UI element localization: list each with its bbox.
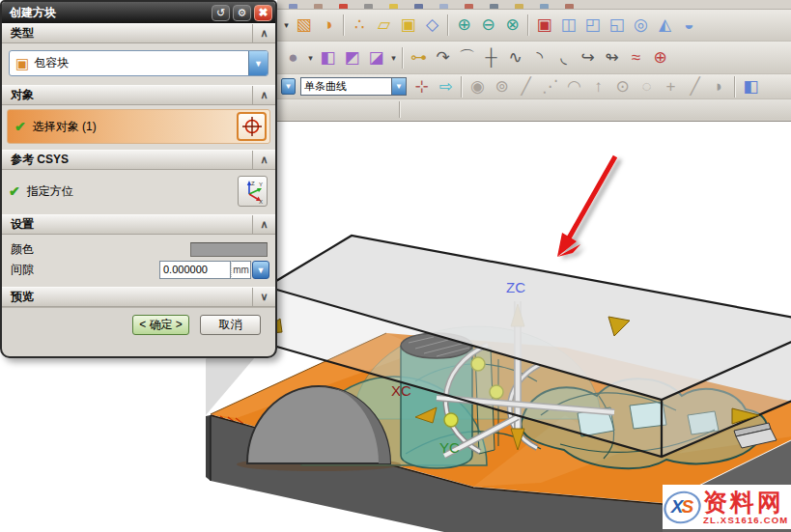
reset-icon[interactable]: ↺	[212, 5, 230, 21]
datum-plane-icon[interactable]: ▱	[372, 14, 396, 37]
snap-rotate-icon[interactable]: ⊚	[490, 75, 514, 98]
center-point-icon[interactable]: ⊙	[610, 75, 635, 98]
clipped-toolbar-icon[interactable]	[565, 4, 574, 9]
clipped-toolbar-icon[interactable]	[515, 4, 523, 9]
section-header-csys[interactable]: 参考 CSYS ∧	[2, 150, 275, 170]
trim-body-icon[interactable]: ◰	[580, 14, 605, 37]
select-object-row[interactable]: ✔ 选择对象 (1)	[7, 109, 270, 144]
extrude-icon[interactable]: ▧	[292, 14, 316, 37]
tube-icon[interactable]: ◎	[629, 14, 653, 37]
curve-rule-dropdown-button[interactable]: ▼	[391, 78, 406, 95]
sew-icon[interactable]: ◒	[677, 14, 701, 37]
bounding-body-icon[interactable]: ◪	[364, 46, 388, 70]
bounding-block-icon: ▣	[15, 55, 29, 72]
ok-button[interactable]: < 确定 >	[132, 315, 189, 335]
collapse-chevron-icon[interactable]: ∧	[252, 24, 275, 42]
intersection-point-icon[interactable]: +	[659, 75, 683, 98]
bridge-curve-icon[interactable]: ↷	[431, 46, 455, 70]
type-dropdown-icon[interactable]: ▼	[248, 51, 268, 75]
point-selector-button[interactable]	[237, 112, 267, 141]
nx-application-window: ZC YC XC ▾▧◑∴▱▣◇⊕⊖⊗▣◫◰◱◎◭◒ ●▾◧◩◪▾⊶↷⌒┼∿◝◟…	[0, 0, 791, 532]
snap-settings-icon[interactable]: ⊹	[410, 75, 434, 98]
gap-input[interactable]: 0.000000	[159, 261, 231, 279]
subtract-icon[interactable]: ⊖	[476, 14, 500, 37]
collapse-chevron-icon[interactable]: ∨	[252, 288, 275, 306]
end-point-icon[interactable]: ╱	[514, 75, 538, 98]
mid-point-icon[interactable]: ⋰	[538, 75, 562, 98]
section-header-type[interactable]: 类型 ∧	[2, 23, 275, 43]
rotation-handle-sphere[interactable]	[444, 413, 458, 427]
existing-point-icon[interactable]: ◌	[635, 75, 659, 98]
snap-point-icon[interactable]: ◉	[466, 75, 490, 98]
display-mode-icon[interactable]: ●	[281, 46, 305, 70]
csys-axes-icon: Z Y X	[241, 179, 265, 204]
offset-curve-icon[interactable]: ◟	[551, 46, 576, 70]
unite-icon[interactable]: ⊕	[452, 14, 476, 37]
axis-label-xc: XC	[391, 382, 411, 399]
block-dropdown-icon[interactable]: ▾	[388, 46, 399, 70]
smooth-curve-icon[interactable]: ≈	[624, 46, 648, 70]
cancel-button[interactable]: 取消	[200, 315, 261, 335]
dialog-titlebar[interactable]: 创建方块 ↺ ⚙ ✖	[2, 2, 275, 23]
toolbar-separator	[447, 14, 449, 36]
quadrant-point-icon[interactable]: ↑	[586, 75, 610, 98]
collapse-chevron-icon[interactable]: ∧	[252, 151, 275, 169]
block-icon[interactable]: ◧	[316, 46, 340, 70]
join-curve-icon[interactable]: ↪	[576, 46, 600, 70]
clipped-toolbar-icon[interactable]	[414, 4, 423, 9]
curve-rule-combobox[interactable]: 单条曲线 ▼	[300, 77, 407, 96]
gap-spinner-icon[interactable]: ▼	[252, 261, 269, 279]
selection-bar: ▼ 单条曲线 ▼ ⊹⇨ ◉⊚╱⋰◠↑⊙◌+╱ ◗◧	[277, 74, 791, 99]
toolbar-dock: ▾▧◑∴▱▣◇⊕⊖⊗▣◫◰◱◎◭◒ ●▾◧◩◪▾⊶↷⌒┼∿◝◟↪↬≈⊕ ▼ 单条…	[277, 0, 791, 122]
selection-scope-dropdown[interactable]: ▼	[281, 78, 296, 95]
offset-face-icon[interactable]: ◭	[653, 14, 677, 37]
clipped-toolbar-icon[interactable]	[364, 4, 373, 9]
type-combobox[interactable]: ▣ 包容块 ▼	[9, 50, 268, 76]
edge-blend-icon[interactable]: ◫	[556, 14, 580, 37]
section-header-settings[interactable]: 设置 ∧	[2, 214, 275, 235]
color-label: 颜色	[11, 241, 34, 258]
clipped-toolbar-icon[interactable]	[490, 4, 498, 9]
curve-length-icon[interactable]: ∿	[503, 46, 527, 70]
section-header-preview[interactable]: 预览 ∨	[2, 287, 275, 307]
axis-label-zc: ZC	[506, 279, 525, 295]
sheet-bodies-icon[interactable]: ∴	[348, 14, 372, 37]
bounded-plane-icon[interactable]: ◩	[340, 46, 364, 70]
section-header-object[interactable]: 对象 ∧	[2, 85, 275, 105]
fillet-curve-icon[interactable]: ⌒	[455, 46, 479, 70]
clipped-toolbar-icon[interactable]	[289, 4, 297, 9]
revolve-icon[interactable]: ◑	[316, 14, 340, 37]
display-mode-dropdown-icon[interactable]: ▾	[305, 46, 316, 70]
object-section: ✔ 选择对象 (1)	[2, 105, 275, 150]
close-icon[interactable]: ✖	[254, 5, 272, 21]
clipped-toolbar-icon[interactable]	[540, 4, 549, 9]
point-on-line-icon[interactable]: ╱	[683, 75, 707, 98]
split-body-icon[interactable]: ◱	[605, 14, 629, 37]
next-selection-icon[interactable]: ⇨	[434, 75, 458, 98]
trim-curve-icon[interactable]: ┼	[479, 46, 503, 70]
dialog-options-gear-icon[interactable]: ⚙	[233, 5, 251, 21]
toolbar-overflow-icon[interactable]: ▾	[281, 14, 292, 37]
collapse-chevron-icon[interactable]: ∧	[252, 215, 275, 234]
key-icon[interactable]: ⊶	[407, 46, 431, 70]
collapse-chevron-icon[interactable]: ∧	[252, 86, 275, 104]
clipped-toolbar-icon[interactable]	[389, 4, 398, 9]
move-object-icon[interactable]: ▣	[396, 14, 420, 37]
work-section-icon[interactable]: ◧	[739, 75, 763, 98]
point-on-curve-icon[interactable]: ⊕	[648, 46, 672, 70]
unsew-icon[interactable]: ▣	[532, 14, 556, 37]
color-swatch[interactable]	[190, 242, 268, 257]
clipped-toolbar-icon[interactable]	[339, 4, 348, 9]
toolbar-separator	[461, 76, 463, 98]
clipped-toolbar-icon[interactable]	[314, 4, 323, 9]
intersect-icon[interactable]: ⊗	[500, 14, 524, 37]
csys-dialog-button[interactable]: Z Y X	[238, 176, 268, 207]
arc-point-icon[interactable]: ◠	[562, 75, 586, 98]
create-block-dialog: 创建方块 ↺ ⚙ ✖ 类型 ∧ ▣ 包容块 ▼ 对象 ∧ ✔ 选择对象 (1)	[0, 0, 277, 358]
corner-curve-icon[interactable]: ◝	[527, 46, 551, 70]
clipped-toolbar-icon[interactable]	[465, 4, 473, 9]
rotate-object-icon[interactable]: ◇	[420, 14, 444, 37]
clipped-toolbar-icon[interactable]	[439, 4, 448, 9]
shaded-face-icon[interactable]: ◗	[707, 75, 731, 98]
project-curve-icon[interactable]: ↬	[600, 46, 624, 70]
